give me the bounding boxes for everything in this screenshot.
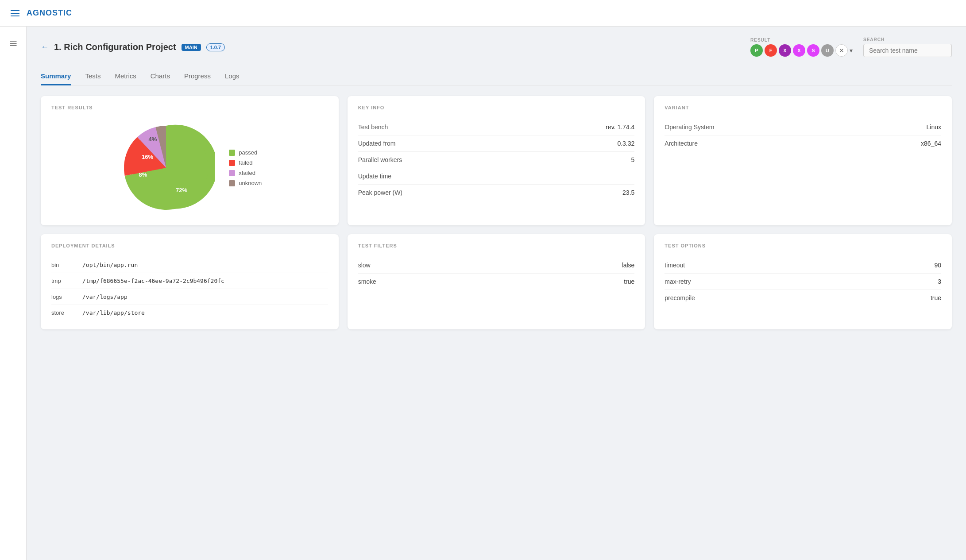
info-val-updated: 0.3.32 xyxy=(617,140,634,147)
tab-tests[interactable]: Tests xyxy=(85,68,100,85)
result-badges: P F X X S U ✕ ▾ xyxy=(750,44,853,57)
deploy-key-store: store xyxy=(51,309,73,316)
key-info-card: KEY INFO Test bench rev. 1.74.4 Updated … xyxy=(348,96,645,225)
variant-table: Operating System Linux Architecture x86_… xyxy=(665,119,941,151)
deployment-title: DEPLOYMENT DETAILS xyxy=(51,243,328,248)
result-expand-button[interactable]: ▾ xyxy=(850,47,853,54)
badge-p: P xyxy=(750,44,763,57)
info-key-parallel: Parallel workers xyxy=(358,156,402,163)
page-header-right: RESULT P F X X S U ✕ ▾ SEARCH xyxy=(750,37,952,57)
test-options-title: TEST OPTIONS xyxy=(665,243,941,248)
tabs: Summary Tests Metrics Charts Progress Lo… xyxy=(41,68,952,85)
deploy-table: bin /opt/bin/app.run tmp /tmp/f686655e-f… xyxy=(51,257,328,321)
back-button[interactable]: ← xyxy=(41,42,49,52)
variant-key-arch: Architecture xyxy=(665,140,698,147)
key-info-title: KEY INFO xyxy=(358,105,635,110)
variant-row-arch: Architecture x86_64 xyxy=(665,135,941,151)
filter-val-smoke: true xyxy=(624,278,634,285)
options-key-timeout: timeout xyxy=(665,262,685,269)
deploy-val-logs: /var/logs/app xyxy=(82,294,128,300)
search-input[interactable] xyxy=(863,44,952,57)
options-key-maxretry: max-retry xyxy=(665,278,691,285)
legend-failed: failed xyxy=(229,159,262,166)
bottom-cards-grid: DEPLOYMENT DETAILS bin /opt/bin/app.run … xyxy=(41,234,952,329)
menu-icon[interactable] xyxy=(11,10,19,16)
svg-text:4%: 4% xyxy=(149,136,157,143)
top-nav: AGNOSTIC xyxy=(0,0,966,27)
deploy-row-tmp: tmp /tmp/f686655e-f2ac-46ee-9a72-2c9b496… xyxy=(51,273,328,289)
deploy-val-bin: /opt/bin/app.run xyxy=(82,262,138,268)
pie-legend: passed failed xfailed unknown xyxy=(229,149,262,186)
badge-version: 1.0.7 xyxy=(206,43,225,51)
test-filters-table: slow false smoke true xyxy=(358,257,635,290)
deploy-val-tmp: /tmp/f686655e-f2ac-46ee-9a72-2c9b496f20f… xyxy=(82,278,224,284)
deploy-key-logs: logs xyxy=(51,294,73,300)
filter-row-smoke: smoke true xyxy=(358,274,635,290)
options-val-maxretry: 3 xyxy=(938,278,941,285)
page-header: ← 1. Rich Configuration Project MAIN 1.0… xyxy=(41,37,952,57)
test-options-table: timeout 90 max-retry 3 precompile true xyxy=(665,257,941,306)
deploy-key-tmp: tmp xyxy=(51,278,73,284)
info-row-power: Peak power (W) 23.5 xyxy=(358,185,635,201)
info-val-power: 23.5 xyxy=(622,189,634,196)
options-val-timeout: 90 xyxy=(934,262,941,269)
variant-card: VARIANT Operating System Linux Architect… xyxy=(654,96,952,225)
options-key-precompile: precompile xyxy=(665,294,695,301)
badge-f: F xyxy=(765,44,777,57)
tab-charts[interactable]: Charts xyxy=(151,68,170,85)
main-content: ← 1. Rich Configuration Project MAIN 1.0… xyxy=(27,27,966,560)
deploy-row-bin: bin /opt/bin/app.run xyxy=(51,257,328,273)
test-filters-title: TEST FILTERS xyxy=(358,243,635,248)
app-logo: AGNOSTIC xyxy=(27,8,72,18)
tab-logs[interactable]: Logs xyxy=(225,68,240,85)
tab-summary[interactable]: Summary xyxy=(41,68,71,85)
tab-progress[interactable]: Progress xyxy=(184,68,211,85)
svg-rect-2 xyxy=(10,45,16,46)
variant-val-arch: x86_64 xyxy=(921,140,941,147)
legend-xfailed: xfailed xyxy=(229,170,262,176)
info-key-bench: Test bench xyxy=(358,124,388,131)
variant-val-os: Linux xyxy=(927,124,941,131)
variant-key-os: Operating System xyxy=(665,124,714,131)
sidebar-list-icon[interactable] xyxy=(5,35,21,51)
pie-chart: 72% 16% 8% 4% xyxy=(117,119,215,216)
layout: ← 1. Rich Configuration Project MAIN 1.0… xyxy=(0,27,966,560)
deploy-key-bin: bin xyxy=(51,262,73,268)
deployment-card: DEPLOYMENT DETAILS bin /opt/bin/app.run … xyxy=(41,234,339,329)
options-row-precompile: precompile true xyxy=(665,290,941,306)
test-filters-card: TEST FILTERS slow false smoke true xyxy=(348,234,645,329)
filter-key-slow: slow xyxy=(358,262,371,269)
legend-failed-label: failed xyxy=(239,159,252,166)
info-val-parallel: 5 xyxy=(631,156,635,163)
deploy-row-logs: logs /var/logs/app xyxy=(51,289,328,305)
info-key-power: Peak power (W) xyxy=(358,189,402,196)
deploy-row-store: store /var/lib/app/store xyxy=(51,305,328,321)
badge-xs: X xyxy=(793,44,805,57)
badge-main: MAIN xyxy=(182,44,201,51)
options-row-maxretry: max-retry 3 xyxy=(665,274,941,290)
info-row-bench: Test bench rev. 1.74.4 xyxy=(358,119,635,135)
info-row-updated: Updated from 0.3.32 xyxy=(358,135,635,152)
tab-metrics[interactable]: Metrics xyxy=(115,68,136,85)
variant-title: VARIANT xyxy=(665,105,941,110)
filter-row-slow: slow false xyxy=(358,257,635,274)
svg-rect-1 xyxy=(10,43,16,44)
info-key-updatetime: Update time xyxy=(358,173,391,180)
test-results-card: TEST RESULTS xyxy=(41,96,339,225)
variant-row-os: Operating System Linux xyxy=(665,119,941,135)
svg-text:8%: 8% xyxy=(139,171,147,178)
key-info-table: Test bench rev. 1.74.4 Updated from 0.3.… xyxy=(358,119,635,201)
legend-unknown-label: unknown xyxy=(239,180,262,186)
legend-passed-label: passed xyxy=(239,149,257,156)
test-results-title: TEST RESULTS xyxy=(51,105,328,110)
filter-key-smoke: smoke xyxy=(358,278,376,285)
svg-rect-0 xyxy=(10,41,16,42)
search-label: SEARCH xyxy=(863,37,952,42)
search-section: SEARCH xyxy=(863,37,952,57)
svg-text:16%: 16% xyxy=(142,154,153,160)
pie-container: 72% 16% 8% 4% passed faile xyxy=(51,119,328,216)
options-val-precompile: true xyxy=(931,294,941,301)
info-row-parallel: Parallel workers 5 xyxy=(358,152,635,168)
result-clear-button[interactable]: ✕ xyxy=(835,44,848,57)
badge-u: U xyxy=(821,44,834,57)
